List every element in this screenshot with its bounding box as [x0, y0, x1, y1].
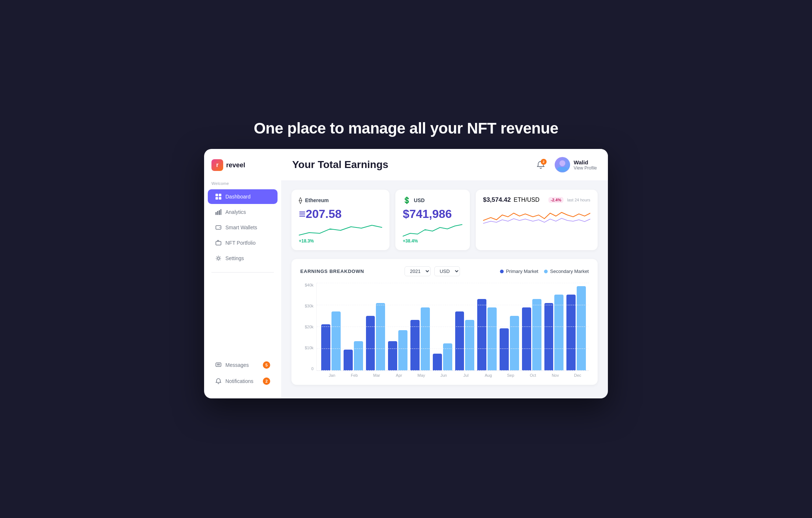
- portfolio-icon: [215, 240, 222, 246]
- user-view-profile[interactable]: View Profile: [574, 165, 597, 171]
- currency-select[interactable]: USD ETH: [434, 266, 460, 276]
- bar-group-oct: [522, 299, 541, 371]
- bar-primary-dec: [566, 295, 576, 371]
- cards-row: ⟠ Ethereum ≡207.58 +18.3% 💲 USD $741,: [291, 190, 598, 250]
- bar-primary-sep: [500, 328, 509, 371]
- bar-primary-jul: [455, 311, 464, 371]
- content-area: ⟠ Ethereum ≡207.58 +18.3% 💲 USD $741,: [281, 181, 608, 398]
- bar-primary-aug: [477, 299, 486, 371]
- svg-rect-11: [216, 363, 221, 366]
- notification-bell[interactable]: 2: [533, 157, 548, 172]
- bar-chart: 0 $10k $20k $30k $40k: [300, 283, 589, 377]
- x-label-jan: Jan: [321, 373, 343, 377]
- svg-rect-2: [215, 197, 218, 200]
- ethusd-label: ETH/USD: [514, 197, 539, 203]
- sidebar-item-messages-label: Messages: [225, 362, 249, 368]
- ethusd-card: $3,574.42 ETH/USD -2.4% last 24 hours: [476, 190, 598, 250]
- ethereum-card-header: ⟠ Ethereum: [299, 196, 382, 204]
- x-label-jun: Jun: [432, 373, 455, 377]
- sidebar-divider: [211, 272, 274, 273]
- sidebar-item-messages[interactable]: Messages 5: [208, 357, 278, 373]
- messages-icon: [215, 362, 222, 368]
- page-title: Your Total Earnings: [292, 159, 388, 171]
- bar-secondary-feb: [354, 341, 363, 371]
- svg-point-10: [217, 257, 220, 259]
- x-label-jul: Jul: [455, 373, 477, 377]
- bell-icon: [215, 378, 222, 384]
- chart-section: EARNINGS BREAKDOWN 2021 2020 2019 USD ET…: [291, 259, 598, 385]
- bar-secondary-sep: [510, 316, 519, 371]
- bar-group-jun: [433, 343, 452, 371]
- svg-rect-3: [219, 197, 221, 200]
- usd-card: 💲 USD $741,986 +38.4%: [395, 190, 470, 250]
- grid-line-4: [317, 283, 589, 283]
- bar-group-feb: [344, 341, 363, 371]
- sidebar-item-notifications[interactable]: Notifications 2: [208, 373, 278, 389]
- bar-secondary-nov: [554, 295, 563, 371]
- chart-controls: 2021 2020 2019 USD ETH: [405, 266, 460, 276]
- bar-group-mar: [366, 303, 385, 371]
- ethusd-chart: [483, 206, 590, 226]
- notification-count: 2: [541, 159, 547, 165]
- bar-secondary-aug: [487, 307, 497, 371]
- usd-chart: [403, 222, 462, 237]
- sidebar-item-nft-portfolio[interactable]: NFT Portfolio: [208, 236, 278, 250]
- wallet-icon: [215, 224, 222, 231]
- svg-rect-14: [557, 167, 568, 171]
- bar-primary-feb: [344, 350, 353, 371]
- bar-secondary-mar: [376, 303, 385, 371]
- ethereum-change: +18.3%: [299, 238, 382, 244]
- ethusd-time: last 24 hours: [567, 198, 590, 202]
- legend-primary-dot: [500, 270, 504, 273]
- bar-secondary-oct: [532, 299, 541, 371]
- bar-group-aug: [477, 299, 497, 371]
- x-label-oct: Oct: [522, 373, 544, 377]
- x-label-feb: Feb: [343, 373, 366, 377]
- bar-secondary-jun: [443, 343, 452, 371]
- x-label-sep: Sep: [500, 373, 522, 377]
- user-info: Walid View Profile: [574, 159, 597, 171]
- sidebar-item-smart-wallets[interactable]: Smart Wallets: [208, 220, 278, 235]
- sidebar-item-analytics[interactable]: Analytics: [208, 205, 278, 219]
- usd-amount: $741,986: [403, 207, 462, 221]
- notifications-badge: 2: [263, 377, 270, 385]
- sidebar-welcome-label: Welcome: [204, 181, 281, 189]
- sidebar-nav: Dashboard Analytics Smart Wallets NFT Po…: [204, 189, 281, 266]
- ethusd-badge: -2.4%: [548, 197, 563, 203]
- ethereum-amount: ≡207.58: [299, 207, 382, 221]
- sidebar-item-wallets-label: Smart Wallets: [225, 225, 257, 230]
- svg-rect-0: [215, 194, 218, 196]
- legend-secondary-label: Secondary Market: [550, 269, 589, 274]
- y-label-10k: $10k: [300, 346, 313, 350]
- svg-rect-7: [221, 209, 222, 215]
- bar-group-apr: [388, 330, 407, 371]
- y-label-30k: $30k: [300, 304, 313, 308]
- chart-title: EARNINGS BREAKDOWN: [300, 269, 364, 274]
- sidebar-item-dashboard[interactable]: Dashboard: [208, 189, 278, 204]
- year-select[interactable]: 2021 2020 2019: [405, 266, 431, 276]
- x-axis: JanFebMarAprMayJunJulAugSepOctNovDec: [321, 373, 589, 377]
- bar-primary-apr: [388, 341, 397, 371]
- user-profile[interactable]: Walid View Profile: [555, 157, 597, 172]
- svg-rect-1: [219, 194, 221, 196]
- x-label-may: May: [410, 373, 432, 377]
- legend-secondary: Secondary Market: [544, 269, 589, 274]
- header: Your Total Earnings 2 Walid View Profile: [281, 149, 608, 181]
- bar-primary-oct: [522, 307, 531, 371]
- bar-secondary-may: [421, 307, 430, 371]
- logo-text: reveel: [226, 161, 245, 169]
- svg-rect-9: [216, 241, 221, 245]
- bar-group-jan: [321, 311, 341, 371]
- bar-primary-may: [410, 320, 420, 371]
- usd-card-header: 💲 USD: [403, 196, 462, 204]
- bar-group-nov: [544, 295, 564, 371]
- avatar: [555, 157, 570, 172]
- sidebar-item-settings[interactable]: Settings: [208, 251, 278, 266]
- x-label-aug: Aug: [477, 373, 500, 377]
- header-right: 2 Walid View Profile: [533, 157, 597, 172]
- bar-group-sep: [500, 316, 519, 371]
- dashboard-icon: [215, 193, 222, 200]
- ethereum-icon: ⟠: [299, 196, 302, 204]
- bar-group-jul: [455, 311, 475, 371]
- sidebar-item-dashboard-label: Dashboard: [225, 194, 251, 200]
